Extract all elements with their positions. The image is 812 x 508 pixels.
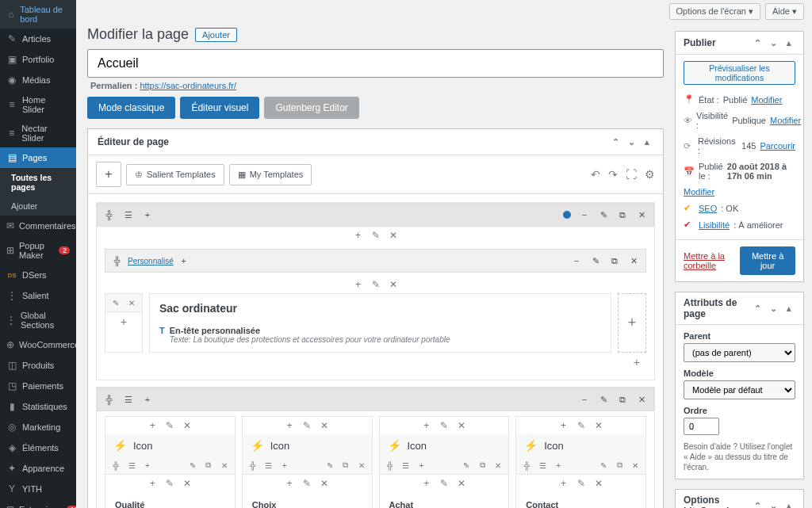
close-icon[interactable]: ✕	[592, 419, 605, 432]
tab-gutenberg[interactable]: Gutenberg Editor	[264, 97, 358, 119]
sidebar-item-articles[interactable]: ✎Articles	[0, 29, 76, 49]
edit-icon[interactable]: ✎	[163, 419, 176, 432]
edit-icon[interactable]: ✎	[596, 459, 611, 472]
clone-icon[interactable]: ⧉	[475, 459, 489, 472]
add-icon[interactable]: +	[139, 207, 156, 223]
sidebar-item-médias[interactable]: ◉Médias	[0, 70, 76, 90]
cols-icon[interactable]: ☰	[124, 459, 139, 472]
move-icon[interactable]: ╬	[101, 207, 118, 223]
cols-icon[interactable]: ☰	[535, 459, 550, 472]
edit-icon[interactable]: ✎	[587, 253, 604, 269]
readability-link[interactable]: Lisibilité	[699, 220, 730, 230]
undo-icon[interactable]: ↶	[591, 168, 600, 181]
permalink-url[interactable]: https://sac-ordinateurs.fr/	[140, 81, 236, 90]
edit-icon[interactable]: ✎	[323, 459, 337, 472]
preview-button[interactable]: Prévisualiser les modifications	[684, 61, 795, 85]
clone-icon[interactable]: ⧉	[201, 459, 216, 472]
close-icon[interactable]: ✕	[124, 296, 139, 309]
edit-icon[interactable]: ✎	[163, 477, 176, 490]
add-icon[interactable]: +	[278, 459, 292, 472]
sidebar-item-salient[interactable]: ⋮Salient	[0, 285, 76, 306]
add-icon[interactable]: +	[551, 459, 565, 472]
add-icon[interactable]: +	[140, 459, 155, 472]
sidebar-item-pages[interactable]: ▤Pages	[0, 147, 76, 168]
close-icon[interactable]: ✕	[387, 278, 400, 291]
edit-icon[interactable]: ✎	[186, 459, 200, 472]
sidebar-item-woocommerce[interactable]: ⊕WooCommerce	[0, 334, 76, 355]
add-icon[interactable]: +	[146, 477, 159, 490]
sidebar-item-tableau-de-bord[interactable]: ⌂Tableau de bord	[0, 0, 76, 29]
close-icon[interactable]: ✕	[455, 419, 468, 432]
panel-down-icon[interactable]: ⌄	[767, 499, 779, 508]
tab-visual[interactable]: Éditeur visuel	[180, 97, 259, 119]
close-icon[interactable]: ✕	[633, 392, 650, 407]
edit-icon[interactable]: ✎	[370, 278, 382, 291]
panel-up-icon[interactable]: ⌃	[751, 302, 764, 315]
sidebar-item-global-sections[interactable]: ⋮Global Sections	[0, 306, 76, 334]
seo-link[interactable]: SEO	[699, 204, 717, 213]
edit-date-link[interactable]: Modifier	[684, 187, 714, 197]
panel-down-icon[interactable]: ⌄	[767, 302, 779, 315]
sidebar-item-portfolio[interactable]: ▣Portfolio	[0, 49, 76, 70]
add-button[interactable]: +	[105, 312, 142, 331]
tab-classic[interactable]: Mode classique	[87, 97, 175, 119]
add-icon[interactable]: +	[146, 419, 159, 432]
screen-options-button[interactable]: Options de l'écran ▾	[669, 3, 760, 20]
edit-icon[interactable]: ✎	[575, 477, 588, 490]
clone-icon[interactable]: ⧉	[339, 459, 353, 472]
add-icon[interactable]: +	[420, 419, 433, 432]
edit-icon[interactable]: ✎	[595, 392, 612, 407]
add-icon[interactable]: +	[139, 392, 156, 407]
minus-icon[interactable]: −	[576, 392, 593, 407]
edit-icon[interactable]: ✎	[301, 419, 313, 432]
panel-down-icon[interactable]: ⌄	[767, 36, 779, 49]
close-icon[interactable]: ✕	[318, 477, 331, 490]
add-icon[interactable]: +	[283, 419, 296, 432]
sidebar-subitem[interactable]: Toutes les pages	[0, 168, 76, 197]
close-icon[interactable]: ✕	[625, 253, 642, 269]
add-icon[interactable]: +	[557, 419, 570, 432]
add-icon[interactable]: +	[634, 356, 640, 369]
close-icon[interactable]: ✕	[628, 459, 642, 472]
personalise-link[interactable]: Personnalisé	[128, 257, 174, 265]
minus-icon[interactable]: −	[576, 207, 593, 223]
template-select[interactable]: Modèle par défaut	[684, 380, 795, 399]
cols-icon[interactable]: ☰	[120, 207, 137, 223]
my-templates-button[interactable]: ▦ My Templates	[229, 164, 312, 185]
sidebar-item-nectar-slider[interactable]: ≡Nectar Slider	[0, 119, 76, 147]
cols-icon[interactable]: ☰	[262, 459, 276, 472]
parent-select[interactable]: (pas de parent)	[684, 343, 795, 362]
sidebar-item-paiements[interactable]: ◳Paiements	[0, 376, 76, 396]
sidebar-subitem[interactable]: Ajouter	[0, 197, 76, 216]
add-icon[interactable]: +	[420, 477, 433, 490]
close-icon[interactable]: ✕	[491, 459, 505, 472]
clone-icon[interactable]: ⧉	[614, 207, 631, 223]
edit-state-link[interactable]: Modifier	[751, 95, 782, 105]
sidebar-item-extensions[interactable]: ⊡Extensions19	[0, 499, 76, 508]
move-icon[interactable]: ╬	[383, 459, 397, 472]
close-icon[interactable]: ✕	[181, 477, 193, 490]
browse-revisions-link[interactable]: Parcourir	[760, 141, 795, 151]
cols-icon[interactable]: ☰	[399, 459, 413, 472]
close-icon[interactable]: ✕	[633, 207, 650, 223]
trash-link[interactable]: Mettre à la corbeille	[684, 251, 740, 270]
panel-toggle-icon[interactable]: ▴	[783, 36, 795, 49]
sidebar-item-home-slider[interactable]: ≡Home Slider	[0, 90, 76, 119]
edit-visibility-link[interactable]: Modifier	[770, 116, 801, 125]
sidebar-item-éléments[interactable]: ◈Éléments	[0, 437, 76, 458]
add-icon[interactable]: +	[557, 477, 570, 490]
edit-icon[interactable]: ✎	[459, 459, 473, 472]
sidebar-item-popup-maker[interactable]: ⊞Popup Maker2	[0, 236, 76, 265]
add-icon[interactable]: +	[283, 477, 296, 490]
edit-icon[interactable]: ✎	[301, 477, 313, 490]
fullscreen-icon[interactable]: ⛶	[626, 168, 637, 181]
panel-down-icon[interactable]: ⌄	[625, 136, 638, 148]
edit-icon[interactable]: ✎	[575, 419, 588, 432]
move-icon[interactable]: ╬	[109, 253, 126, 269]
add-column-button[interactable]: +	[618, 293, 646, 353]
redo-icon[interactable]: ↷	[608, 168, 618, 181]
help-button[interactable]: Aide ▾	[765, 3, 804, 20]
cols-icon[interactable]: ☰	[120, 392, 137, 407]
sidebar-item-statistiques[interactable]: ▮Statistiques	[0, 396, 76, 417]
panel-up-icon[interactable]: ⌃	[751, 36, 764, 49]
